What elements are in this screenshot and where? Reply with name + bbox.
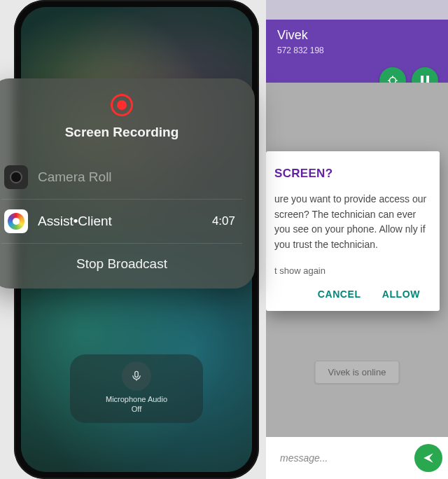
screen-recording-sheet: Screen Recording Camera Roll Assist•Clie…: [0, 78, 255, 289]
recording-time: 4:07: [212, 214, 235, 228]
android-input-bar: message...: [266, 437, 448, 479]
allow-screen-dialog: SCREEN? ure you want to provide access o…: [266, 151, 440, 311]
cancel-button[interactable]: CANCEL: [318, 289, 361, 300]
mic-state: Off: [70, 405, 203, 413]
microphone-icon: [122, 361, 151, 391]
stop-broadcast-button[interactable]: Stop Broadcast: [1, 243, 242, 275]
android-phone: Vivek 572 832 198 Vivek is online SCREEN…: [266, 0, 448, 479]
send-icon: [422, 452, 435, 464]
target-camera-roll[interactable]: Camera Roll: [1, 155, 242, 199]
assist-client-label: Assist•Client: [38, 214, 202, 229]
dialog-checkbox-label[interactable]: t show again: [274, 265, 427, 276]
allow-button[interactable]: ALLOW: [382, 289, 420, 300]
sheet-title: Screen Recording: [1, 125, 242, 140]
message-input[interactable]: message...: [272, 444, 409, 472]
android-status-bar: [266, 0, 448, 20]
mic-toggle[interactable]: Microphone Audio Off: [70, 354, 203, 423]
assist-client-icon: [4, 209, 28, 233]
dialog-title: SCREEN?: [274, 167, 427, 181]
mic-label: Microphone Audio: [70, 395, 203, 403]
svg-rect-1: [135, 371, 139, 377]
target-assist-client[interactable]: Assist•Client 4:07: [1, 199, 242, 243]
dialog-body: ure you want to provide access our scree…: [274, 192, 427, 253]
dialog-actions: CANCEL ALLOW: [274, 286, 427, 304]
session-code: 572 832 198: [277, 46, 437, 55]
send-button[interactable]: [414, 444, 442, 472]
recording-icon: [111, 94, 133, 116]
contact-name: Vivek: [277, 28, 437, 43]
camera-roll-icon: [4, 165, 28, 189]
camera-roll-label: Camera Roll: [38, 169, 239, 185]
